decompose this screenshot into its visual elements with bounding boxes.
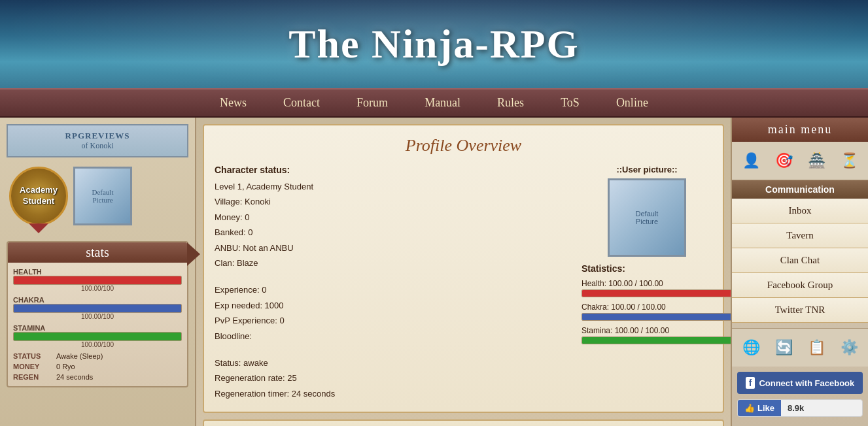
char-regen-rate: Regeneration rate: 25: [215, 373, 297, 383]
rank-badge: Academy Student: [9, 167, 68, 225]
default-picture-thumb: Default Picture: [73, 167, 132, 225]
health-stat-label: Health: 100.00 / 100.00: [582, 279, 712, 288]
hourglass-icon[interactable]: ⏳: [835, 147, 863, 174]
user-picture-title: ::User picture::: [582, 165, 712, 174]
user-picture-box: DefaultPicture: [608, 178, 686, 257]
chakra-stat-row: CHAKRA 100.00/100: [13, 296, 182, 320]
main-layout: RPGREVIEWS of Konoki Academy Student Def…: [0, 118, 868, 426]
stamina-stat-row: STAMINA 100.00/100: [13, 324, 182, 348]
game-time-bar: Game Time: 11th of December 2014, 11:59 …: [203, 419, 724, 426]
rank-line2: Student: [23, 196, 54, 207]
site-title: The Ninja-RPG: [288, 21, 580, 67]
status-val: Awake (Sleep): [56, 352, 103, 360]
nav-forum[interactable]: Forum: [338, 96, 406, 110]
chakra-detail-row: Chakra: 100.00 / 100.00: [582, 303, 712, 321]
facebook-group-item[interactable]: Facebook Group: [732, 273, 868, 298]
right-sidebar: main menu 👤 🎯 🏯 ⏳ Communication Inbox Ta…: [731, 118, 868, 426]
health-detail-bar: [582, 290, 744, 297]
bottom-icons-row: 🌐 🔄 📋 ⚙️: [732, 328, 868, 367]
chakra-bar-bg: [13, 304, 182, 313]
house-icon[interactable]: 🏯: [803, 147, 830, 174]
rank-line1: Academy: [20, 185, 58, 196]
chakra-label: CHAKRA: [13, 296, 182, 304]
health-bar: [14, 276, 181, 284]
default-pic-text: DefaultPicture: [636, 210, 659, 225]
menu-icons-row: 👤 🎯 🏯 ⏳: [732, 142, 868, 180]
regen-row: REGEN 24 seconds: [13, 373, 182, 381]
health-stat-row: HEALTH 100.00/100: [13, 268, 182, 292]
nav-rules[interactable]: Rules: [479, 96, 542, 110]
like-label: Like: [757, 403, 774, 413]
chakra-bar: [14, 304, 181, 312]
stats-section: stats HEALTH 100.00/100 CHAKRA 100.00/10…: [7, 241, 188, 387]
connect-facebook-button[interactable]: f Connect with Facebook: [737, 372, 863, 394]
target-icon[interactable]: 🎯: [770, 147, 797, 174]
nav-news[interactable]: News: [201, 96, 265, 110]
like-count: 8.9k: [781, 400, 810, 416]
stamina-bar-bg: [13, 332, 182, 341]
char-village: Village: Konoki: [215, 197, 271, 206]
compass-icon[interactable]: 🔄: [770, 334, 797, 361]
main-menu-header: main menu: [732, 118, 868, 142]
nav-manual[interactable]: Manual: [406, 96, 479, 110]
char-status-label: Character status:: [215, 165, 568, 175]
char-regen-timer: Regeneration timer: 24 seconds: [215, 389, 335, 399]
settings-icon[interactable]: ⚙️: [835, 334, 863, 361]
chakra-value: 100.00/100: [13, 313, 182, 320]
default-pic-line1: Default: [92, 188, 114, 196]
default-pic-line2: Picture: [92, 196, 113, 204]
like-button[interactable]: 👍 Like: [738, 400, 781, 416]
stats-title: stats: [8, 242, 187, 263]
rpgreviews-banner: RPGREVIEWS of Konoki: [7, 124, 188, 157]
health-detail-row: Health: 100.00 / 100.00: [582, 279, 712, 297]
stamina-value: 100.00/100: [13, 341, 182, 348]
user-picture-section: ::User picture:: DefaultPicture Statisti…: [582, 165, 712, 401]
navbar: News Contact Forum Manual Rules ToS Onli…: [0, 88, 868, 118]
character-status-section: Character status: Level 1, Academy Stude…: [215, 165, 568, 401]
char-experience: Experience: 0: [215, 285, 267, 295]
health-value: 100.00/100: [13, 285, 182, 292]
profile-card: Profile Overview Character status: Level…: [203, 124, 724, 413]
nav-online[interactable]: Online: [598, 96, 667, 110]
char-anbu: ANBU: Not an ANBU: [215, 243, 294, 253]
regen-key: REGEN: [13, 373, 52, 381]
char-clan: Clan: Blaze: [215, 258, 258, 268]
stamina-detail-row: Stamina: 100.00 / 100.00: [582, 326, 712, 344]
profile-icon[interactable]: 👤: [737, 147, 765, 174]
stamina-detail-bar: [582, 337, 744, 344]
health-label: HEALTH: [13, 268, 182, 276]
tavern-item[interactable]: Tavern: [732, 223, 868, 248]
nav-tos[interactable]: ToS: [542, 96, 598, 110]
stamina-bar: [14, 333, 181, 340]
stamina-detail-bar-bg: [582, 336, 745, 344]
money-val: 0 Ryo: [56, 363, 75, 370]
nav-contact[interactable]: Contact: [265, 96, 338, 110]
char-money: Money: 0: [215, 212, 249, 222]
char-status-val: Status: awake: [215, 358, 268, 368]
center-content: Profile Overview Character status: Level…: [196, 118, 731, 426]
statistics-section: Statistics: Health: 100.00 / 100.00 Chak…: [582, 263, 712, 344]
facebook-f-icon: f: [746, 377, 755, 389]
money-row: MONEY 0 Ryo: [13, 363, 182, 370]
chakra-stat-label: Chakra: 100.00 / 100.00: [582, 303, 712, 312]
profile-overview-title: Profile Overview: [215, 136, 712, 156]
rpgreviews-sub: of Konoki: [10, 141, 184, 151]
char-bloodline: Bloodline:: [215, 331, 252, 341]
clipboard-icon[interactable]: 📋: [803, 334, 830, 361]
connect-facebook-label: Connect with Facebook: [759, 378, 854, 388]
thumbs-up-icon: 👍: [744, 403, 755, 413]
char-pvp: PvP Experience: 0: [215, 316, 285, 325]
status-key: STATUS: [13, 352, 52, 360]
twitter-tnr-item[interactable]: Twitter TNR: [732, 298, 868, 323]
globe-icon[interactable]: 🌐: [737, 334, 765, 361]
site-header: The Ninja-RPG: [0, 0, 868, 88]
like-row: 👍 Like 8.9k: [737, 399, 863, 417]
inbox-item[interactable]: Inbox: [732, 199, 868, 223]
stamina-label: STAMINA: [13, 324, 182, 332]
clan-chat-item[interactable]: Clan Chat: [732, 248, 868, 273]
profile-body: Character status: Level 1, Academy Stude…: [215, 165, 712, 401]
communication-header: Communication: [732, 180, 868, 199]
chakra-detail-bar: [582, 314, 744, 320]
regen-val: 24 seconds: [56, 373, 93, 381]
char-exp-needed: Exp needed: 1000: [215, 301, 284, 310]
